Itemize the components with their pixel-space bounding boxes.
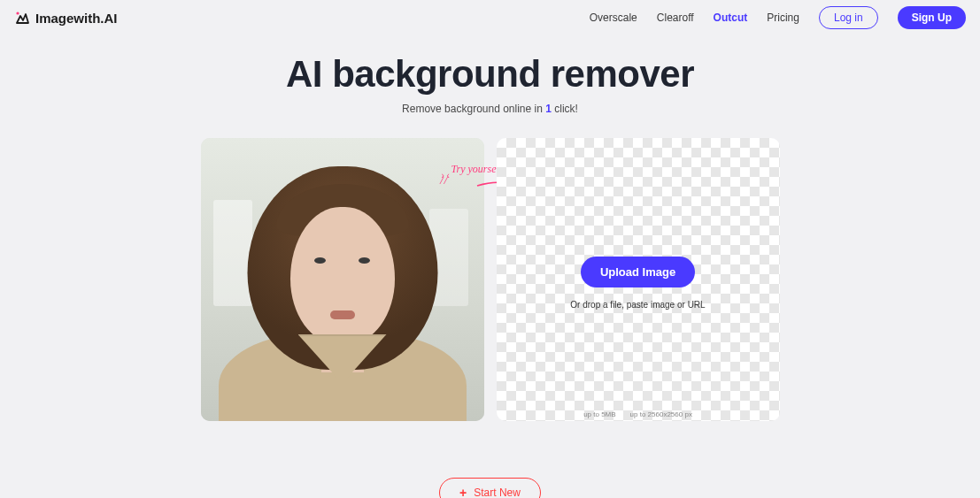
brand-logo[interactable]: Imagewith.AI — [14, 10, 118, 26]
nav-pricing[interactable]: Pricing — [767, 11, 799, 24]
page-title: AI background remover — [0, 53, 980, 96]
footnote-size: up to 5MB — [583, 410, 615, 418]
nav-clearoff[interactable]: Clearoff — [657, 11, 694, 24]
upload-dropzone[interactable]: Upload Image Or drop a file, paste image… — [497, 138, 780, 421]
subtitle-pre: Remove background online in — [402, 103, 545, 115]
start-new-button[interactable]: + Start New — [439, 478, 541, 498]
plus-icon: + — [459, 486, 467, 498]
nav-outcut[interactable]: Outcut — [714, 11, 748, 24]
hero: AI background remover Remove background … — [0, 53, 980, 115]
page-subtitle: Remove background online in 1 click! — [0, 103, 980, 115]
bottom-actions: + Start New — [0, 478, 980, 498]
upload-button[interactable]: Upload Image — [581, 257, 695, 287]
signup-button[interactable]: Sign Up — [898, 6, 966, 29]
logo-icon — [14, 10, 30, 26]
start-new-label: Start New — [474, 487, 521, 498]
login-button[interactable]: Log in — [819, 6, 878, 29]
subtitle-accent: 1 — [545, 103, 552, 115]
dropzone-footnotes: up to 5MB up to 2560x2560 px — [583, 410, 692, 418]
nav-overscale[interactable]: Overscale — [590, 11, 637, 24]
sample-image — [201, 138, 484, 421]
svg-point-0 — [16, 11, 19, 14]
footnote-dims: up to 2560x2560 px — [630, 410, 692, 418]
drop-hint: Or drop a file, paste image or URL — [570, 300, 705, 310]
main-row: › ‹⁄ ⁄ Try yourself for free Upload Imag… — [0, 138, 980, 421]
portrait-illustration — [201, 138, 484, 421]
subtitle-post: click! — [552, 103, 578, 115]
brand-name: Imagewith.AI — [35, 11, 118, 26]
header-nav: Overscale Clearoff Outcut Pricing Log in… — [590, 6, 966, 29]
header: Imagewith.AI Overscale Clearoff Outcut P… — [0, 0, 980, 35]
